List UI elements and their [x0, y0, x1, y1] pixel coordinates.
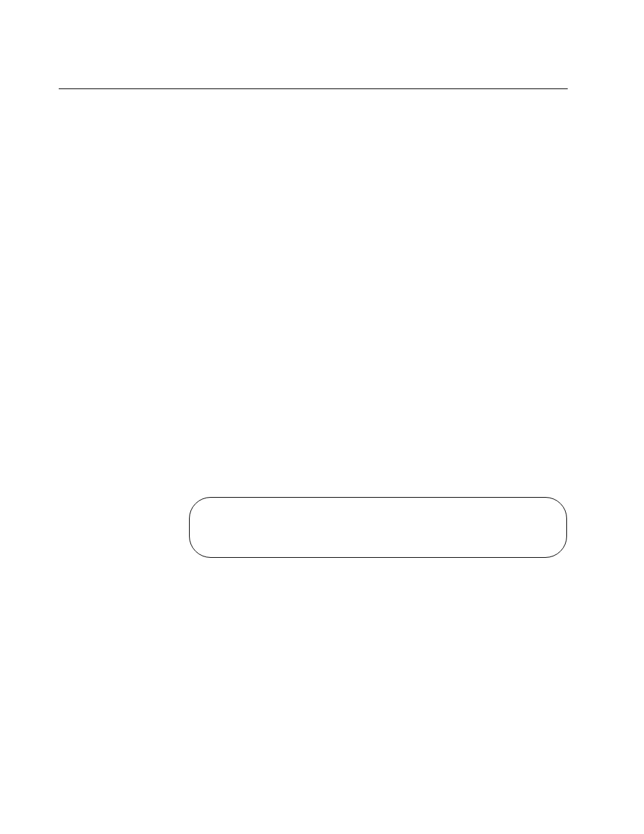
document-page [0, 0, 644, 834]
header-rule [59, 88, 568, 89]
rounded-rectangle [189, 497, 567, 558]
